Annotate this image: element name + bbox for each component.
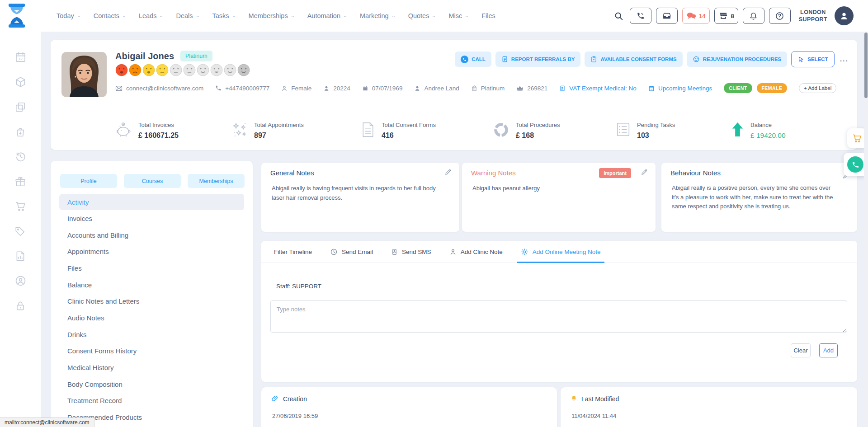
mood-face-grin[interactable] [210, 64, 223, 76]
shopping-cart-icon [14, 200, 27, 212]
report-referrals-button[interactable]: REPORT REFERRALS BY [495, 52, 581, 67]
client-email-link[interactable]: connect@clinicsoftware.com [115, 85, 203, 92]
menu-item-body-composition[interactable]: Body Composition [51, 376, 253, 393]
client-email: connect@clinicsoftware.com [126, 85, 203, 92]
menu-item-audio-notes[interactable]: Audio Notes [51, 310, 253, 326]
chevron-down-icon [465, 14, 469, 19]
menu-item-drinks[interactable]: Drinks [51, 326, 253, 343]
menu-item-files[interactable]: Files [51, 260, 253, 277]
page-scrollbar[interactable] [864, 32, 868, 427]
call-button[interactable]: CALL [455, 52, 491, 67]
rail-calendar-button[interactable]: 12 [14, 51, 27, 64]
edit-pencil-icon[interactable] [444, 168, 452, 178]
nav-today[interactable]: Today [57, 12, 81, 19]
rail-reports-button[interactable] [14, 249, 27, 263]
meeting-note-input[interactable] [270, 300, 847, 333]
clinicsoftware-logo[interactable] [6, 3, 27, 29]
search-icon[interactable] [614, 11, 623, 21]
rail-lock-button[interactable] [14, 299, 27, 312]
vat-exempt-link[interactable]: VAT Exempt Medical: No [559, 85, 637, 92]
clear-button[interactable]: Clear [791, 343, 811, 357]
scrollbar-thumb[interactable] [864, 33, 868, 98]
nav-automation[interactable]: Automation [307, 12, 347, 19]
staff-label: Staff: SUPPORT [276, 283, 321, 290]
menu-item-balance[interactable]: Balance [51, 277, 253, 293]
nav-memberships[interactable]: Memberships [249, 12, 295, 19]
menu-item-medical-history[interactable]: Medical History [51, 359, 253, 376]
menu-item-accounts-and-billing[interactable]: Accounts and Billing [51, 227, 253, 244]
tab-profile[interactable]: Profile [60, 174, 117, 188]
bell-yellow-icon [571, 394, 577, 404]
menu-item-consent-forms-history[interactable]: Consent Forms History [51, 343, 253, 360]
rail-support-button[interactable] [14, 274, 27, 287]
rail-orders-button[interactable] [14, 125, 27, 138]
tab-add-online-meeting-note[interactable]: Add Online Meeting Note [521, 241, 601, 263]
mood-face-angry[interactable] [115, 64, 128, 76]
upcoming-meetings-label: Upcoming Meetings [658, 85, 712, 92]
mood-face-upset[interactable] [129, 64, 142, 76]
rail-cart-button[interactable] [14, 200, 27, 213]
rail-history-button[interactable] [14, 150, 27, 163]
inbox-tray-icon [662, 11, 671, 20]
tab-add-clinic-note[interactable]: Add Clinic Note [449, 241, 503, 263]
tab-filter-timeline[interactable]: Filter Timeline [274, 241, 312, 263]
client-actions: CALL REPORT REFERRALS BY AVAILABLE CONSE… [455, 51, 850, 67]
menu-item-activity[interactable]: Activity [59, 194, 244, 210]
add-button[interactable]: Add [819, 343, 838, 357]
nav-tasks[interactable]: Tasks [212, 12, 236, 19]
client-referral-item: Andree Land [414, 85, 459, 92]
svg-text:12: 12 [651, 88, 653, 90]
nav-leads[interactable]: Leads [139, 12, 164, 19]
more-actions-button[interactable]: ... [839, 55, 850, 63]
rail-duplicates-button[interactable] [14, 100, 27, 113]
client-type-pill: CLIENT [724, 83, 752, 93]
nav-misc[interactable]: Misc [448, 12, 469, 19]
tab-send-email[interactable]: Send Email [330, 241, 373, 263]
rejuvenation-procedures-button[interactable]: REJUVENATION PROCEDURES [687, 52, 788, 67]
nav-quotes[interactable]: Quotes [408, 12, 436, 19]
rail-gifts-button[interactable] [14, 175, 27, 188]
menu-item-clinic-notes-and-letters[interactable]: Clinic Notes and Letters [51, 293, 253, 310]
rail-tags-button[interactable] [14, 225, 27, 238]
nav-files[interactable]: Files [481, 12, 495, 19]
nav-marketing[interactable]: Marketing [360, 12, 396, 19]
dialer-button[interactable] [630, 8, 651, 24]
add-label-button[interactable]: + Add Label [799, 83, 836, 93]
menu-item-appointments[interactable]: Appointments [51, 243, 253, 260]
client-referral: Andree Land [424, 85, 459, 92]
mood-face-sad[interactable] [142, 64, 155, 76]
inbox-button[interactable] [656, 8, 678, 24]
upcoming-meetings-link[interactable]: 12Upcoming Meetings [648, 85, 712, 92]
menu-item-invoices[interactable]: Invoices [51, 210, 253, 227]
select-button[interactable]: SELECT [791, 51, 834, 67]
help-button[interactable] [769, 8, 791, 24]
mood-face-neutral[interactable] [183, 64, 196, 76]
document-icon [559, 85, 566, 92]
user-avatar[interactable] [835, 6, 854, 25]
behaviour-notes-body: Abigail really is a positive person, eve… [672, 183, 838, 211]
nav-contacts[interactable]: Contacts [94, 12, 126, 19]
mood-face-smile[interactable] [197, 64, 209, 76]
last-modified-card: Last Modified 11/04/2024 11:44 [561, 387, 857, 427]
available-consent-forms-button[interactable]: AVAILABLE CONSENT FORMS [585, 52, 682, 67]
mood-face-neutral[interactable] [170, 64, 182, 76]
chat-messages-button[interactable]: 14 [682, 8, 709, 24]
menu-item-treatment-record[interactable]: Treatment Record [51, 393, 253, 409]
tab-send-sms[interactable]: Send SMS [391, 241, 431, 263]
nav-deals[interactable]: Deals [176, 12, 199, 19]
tab-memberships[interactable]: Memberships [188, 174, 245, 188]
general-notes-body: Abigail really is having frequent visits… [272, 183, 437, 203]
client-phone-item[interactable]: +447490009777 [215, 85, 269, 92]
mood-face-meh[interactable] [156, 64, 169, 76]
mood-face-smile[interactable] [224, 64, 236, 76]
notifications-button[interactable] [743, 8, 764, 24]
copy-pages-icon [14, 101, 26, 113]
stat-total-consent-forms: Total Consent Forms416 [361, 122, 436, 140]
store-button[interactable]: 8 [714, 8, 738, 24]
rail-products-button[interactable] [14, 75, 27, 89]
edit-pencil-icon[interactable] [641, 168, 648, 178]
tab-courses[interactable]: Courses [124, 174, 181, 188]
mood-face-happy[interactable] [237, 64, 250, 76]
nav-label: Memberships [249, 12, 288, 19]
report-chart-icon [14, 250, 26, 262]
